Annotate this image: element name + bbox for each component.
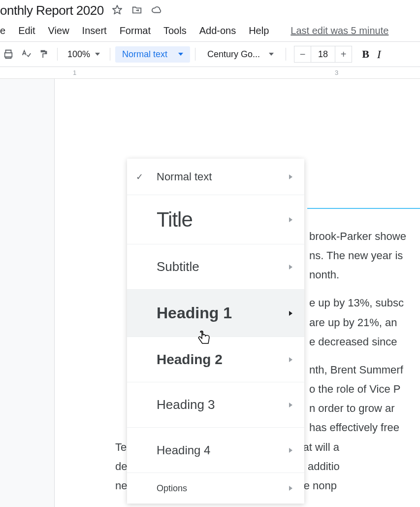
toolbar-divider [286, 48, 286, 61]
style-option-heading2[interactable]: Heading 2 [127, 337, 304, 382]
font-size-value[interactable]: 18 [311, 49, 335, 60]
titlebar: onthly Report 2020 [0, 0, 420, 21]
ruler-mark: 1 [73, 69, 76, 76]
menubar: e Edit View Insert Format Tools Add-ons … [0, 21, 420, 41]
style-label: Heading 4 [157, 443, 289, 457]
toolbar-divider [57, 48, 58, 61]
paint-format-icon[interactable] [35, 46, 52, 63]
last-edit-link[interactable]: Last edit was 5 minute [291, 25, 388, 36]
caret-down-icon [269, 53, 274, 56]
caret-down-icon [178, 53, 183, 56]
title-icons [112, 4, 162, 17]
menu-format[interactable]: Format [120, 25, 151, 36]
font-value: Century Go... [207, 49, 260, 60]
check-icon: ✓ [136, 171, 143, 182]
document-title[interactable]: onthly Report 2020 [0, 3, 104, 18]
ruler[interactable]: 1 3 [0, 67, 420, 79]
style-option-heading1[interactable]: Heading 1 [127, 290, 304, 337]
font-picker[interactable]: Century Go... [200, 49, 281, 60]
toolbar-divider [195, 48, 195, 61]
page-area: y brook-Parker showe ns. The new year is… [0, 79, 420, 507]
chevron-right-icon [289, 217, 292, 222]
style-label: Heading 1 [157, 304, 289, 322]
style-value: Normal text [122, 49, 167, 60]
style-option-subtitle[interactable]: Subtitle [127, 244, 304, 290]
menu-view[interactable]: View [48, 25, 69, 36]
bold-button[interactable]: B [362, 48, 369, 61]
style-option-heading4[interactable]: Heading 4 [127, 428, 304, 473]
chevron-right-icon [289, 174, 292, 179]
menu-file[interactable]: e [0, 25, 5, 36]
font-size-stepper: − 18 + [294, 46, 352, 63]
style-option-options[interactable]: Options [127, 473, 304, 504]
style-label: Heading 3 [157, 397, 289, 412]
style-option-normal[interactable]: ✓ Normal text [127, 159, 304, 195]
cloud-icon[interactable] [151, 4, 162, 17]
ruler-mark: 3 [335, 69, 338, 76]
style-label: Title [157, 208, 289, 232]
chevron-right-icon [289, 448, 292, 453]
chevron-right-icon [289, 403, 292, 407]
menu-addons[interactable]: Add-ons [199, 25, 236, 36]
spellcheck-icon[interactable] [18, 46, 34, 63]
zoom-value: 100% [67, 49, 90, 60]
move-folder-icon[interactable] [131, 4, 142, 17]
style-label: Options [157, 483, 289, 494]
style-label: Subtitle [157, 259, 289, 274]
menu-tools[interactable]: Tools [163, 25, 187, 36]
caret-down-icon [95, 53, 100, 56]
svg-marker-0 [113, 5, 122, 13]
menu-edit[interactable]: Edit [18, 25, 35, 36]
style-option-heading3[interactable]: Heading 3 [127, 382, 304, 428]
style-label: Normal text [157, 170, 289, 183]
chevron-right-icon [289, 311, 292, 316]
paragraph-style-picker[interactable]: Normal text [115, 46, 190, 63]
decrease-font-button[interactable]: − [294, 46, 311, 62]
italic-button[interactable]: I [377, 48, 381, 61]
menu-help[interactable]: Help [249, 25, 269, 36]
toolbar: 100% Normal text Century Go... − 18 + B … [0, 42, 420, 67]
print-icon[interactable] [0, 46, 17, 63]
chevron-right-icon [289, 265, 292, 270]
menu-insert[interactable]: Insert [82, 25, 107, 36]
increase-font-button[interactable]: + [335, 46, 352, 62]
zoom-picker[interactable]: 100% [63, 49, 105, 60]
chevron-right-icon [289, 486, 292, 491]
star-icon[interactable] [112, 4, 123, 17]
style-dropdown: ✓ Normal text Title Subtitle Heading 1 H… [127, 159, 304, 504]
chevron-right-icon [289, 357, 292, 362]
toolbar-divider [110, 48, 110, 61]
heading-underline [307, 208, 420, 209]
style-label: Heading 2 [157, 352, 289, 368]
style-option-title[interactable]: Title [127, 195, 304, 244]
